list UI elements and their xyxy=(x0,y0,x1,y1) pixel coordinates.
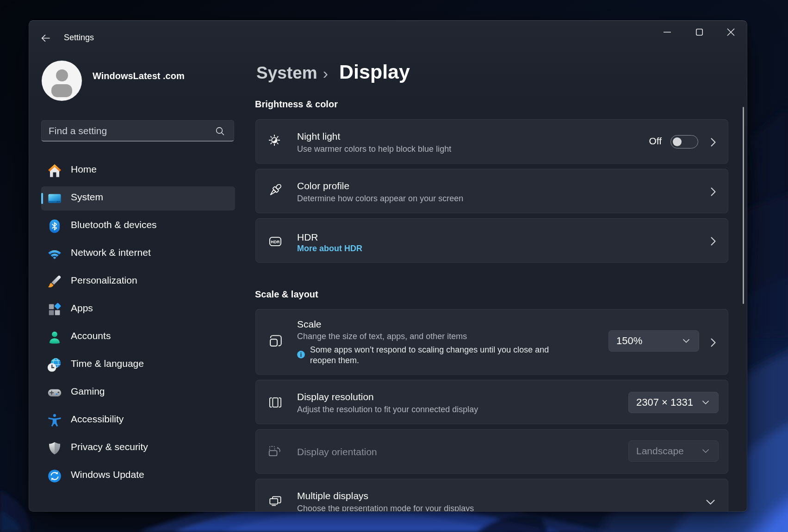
svg-text:HDR: HDR xyxy=(271,240,280,244)
